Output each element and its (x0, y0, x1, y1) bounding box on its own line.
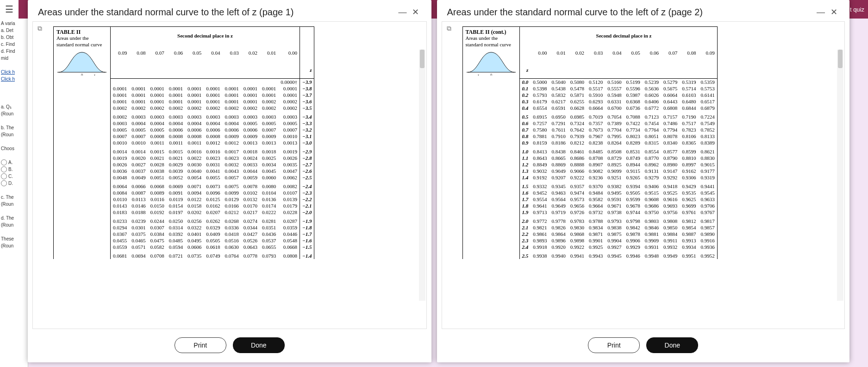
sidebar-text: d. Find (1, 48, 27, 54)
z-value: 2.0 (519, 215, 531, 224)
cell: 0.0228 (278, 209, 300, 215)
cell: 0.0643 (241, 244, 260, 250)
cell: 0.0003 (278, 111, 300, 120)
cell: 0.9394 (624, 181, 643, 190)
cell: 0.7389 (605, 120, 624, 127)
col: 0.07 (661, 44, 680, 61)
cell: 0.9812 (680, 215, 698, 224)
cell: 0.0012 (204, 139, 222, 146)
cell: 0.0054 (185, 174, 204, 181)
sidebar-link[interactable]: Click h (1, 69, 27, 75)
minimize-icon[interactable]: — (815, 6, 826, 18)
close-icon[interactable]: ✕ (828, 6, 839, 18)
cell: 0.9706 (699, 202, 718, 209)
scrollbar[interactable] (837, 50, 843, 301)
cell: 0.0113 (129, 196, 148, 202)
cell: 0.0197 (167, 209, 185, 215)
table-sub: Areas under the (466, 35, 498, 41)
z-value: −1.8 (300, 224, 314, 231)
cell: 0.8238 (587, 139, 605, 146)
cell: 0.9049 (550, 168, 568, 174)
print-button[interactable]: Print (588, 337, 640, 353)
cell: 0.9699 (680, 202, 698, 209)
cell: 0.0071 (185, 181, 204, 190)
cell: 0.0001 (241, 98, 260, 105)
z-value: −2.8 (300, 155, 314, 161)
popout-icon[interactable]: ⧉ (37, 25, 42, 32)
cell: 0.0037 (129, 168, 148, 174)
done-button[interactable]: Done (233, 337, 285, 353)
cell: 0.9265 (624, 174, 643, 181)
cell: 0.9693 (661, 202, 680, 209)
cell: 0.5636 (643, 85, 661, 92)
cell: 0.0132 (241, 196, 260, 202)
hamburger-icon[interactable]: ☰ (0, 0, 19, 19)
print-button[interactable]: Print (175, 337, 226, 353)
cell: 0.9906 (624, 237, 643, 244)
z-table-positive: TABLE II (cont.)Areas under thestandard … (462, 26, 718, 259)
z-value: 0.2 (519, 92, 531, 98)
cell: 0.9686 (643, 202, 661, 209)
cell: 0.6443 (661, 98, 680, 105)
sidebar-text: (Roun (1, 222, 27, 228)
cell: 0.9738 (605, 209, 624, 215)
close-icon[interactable]: ✕ (410, 6, 421, 18)
cell: 0.0582 (148, 244, 167, 250)
cell: 0.0003 (223, 111, 241, 120)
modal-body[interactable]: ⧉ TABLE IIAreas under thestandard normal… (32, 21, 427, 329)
cell: 0.9929 (624, 244, 643, 250)
cell: 0.0011 (148, 139, 167, 146)
answer-option[interactable]: A. (1, 159, 27, 165)
cell: 0.9887 (680, 231, 698, 237)
col: 0.06 (643, 44, 661, 61)
done-button[interactable]: Done (646, 337, 698, 353)
cell: 0.0179 (278, 202, 300, 209)
cell: 0.0010 (111, 139, 130, 146)
cell: 0.9505 (624, 190, 643, 196)
cell: 0.0001 (241, 92, 260, 98)
cell: 0.9564 (550, 196, 568, 202)
cell: 0.0028 (148, 161, 167, 168)
cell: 0.0005 (129, 127, 148, 133)
cell: 0.0002 (129, 105, 148, 111)
cell: 0.9292 (661, 174, 680, 181)
modal-page2: Areas under the standard normal curve to… (437, 0, 850, 362)
cell: 0.5000 (531, 79, 549, 86)
cell: 0.0003 (260, 111, 278, 120)
cell: 0.0043 (223, 168, 241, 174)
cell: 0.0001 (148, 85, 167, 92)
cell: 0.6844 (680, 105, 698, 111)
cell: 0.8830 (699, 155, 718, 161)
cell: 0.0047 (278, 168, 300, 174)
cell: 0.9893 (531, 237, 549, 244)
cell: 0.0021 (148, 155, 167, 161)
col: 0.08 (129, 44, 148, 61)
cell: 0.0014 (111, 146, 130, 155)
cell: 0.9656 (568, 202, 587, 209)
cell: 0.0001 (129, 85, 148, 92)
sidebar-link[interactable]: Click h (1, 76, 27, 82)
cell: 0.8461 (568, 146, 587, 155)
answer-option[interactable]: B. (1, 166, 27, 172)
cell: 0.0001 (129, 92, 148, 98)
z-value: 1.4 (519, 174, 531, 181)
answer-option[interactable]: D. (1, 180, 27, 186)
cell: 0.9015 (699, 161, 718, 168)
cell: 0.9207 (550, 174, 568, 181)
minimize-icon[interactable]: — (397, 6, 408, 18)
z-value: −3.6 (300, 98, 314, 105)
z-value: 1.9 (519, 209, 531, 215)
cell: 0.0001 (148, 98, 167, 105)
answer-option[interactable]: C. (1, 173, 27, 179)
cell: 0.0060 (260, 174, 278, 181)
popout-icon[interactable]: ⧉ (447, 25, 451, 32)
cell: 0.8186 (550, 139, 568, 146)
modal-body[interactable]: ⧉ TABLE II (cont.)Areas under thestandar… (442, 21, 845, 329)
scrollbar[interactable] (419, 50, 425, 301)
cell: 0.0110 (111, 196, 130, 202)
cell: 0.9803 (643, 215, 661, 224)
cell: 0.0162 (204, 202, 222, 209)
cell: 0.0082 (278, 181, 300, 190)
cell: 0.0013 (241, 139, 260, 146)
cell: 0.0274 (241, 215, 260, 224)
